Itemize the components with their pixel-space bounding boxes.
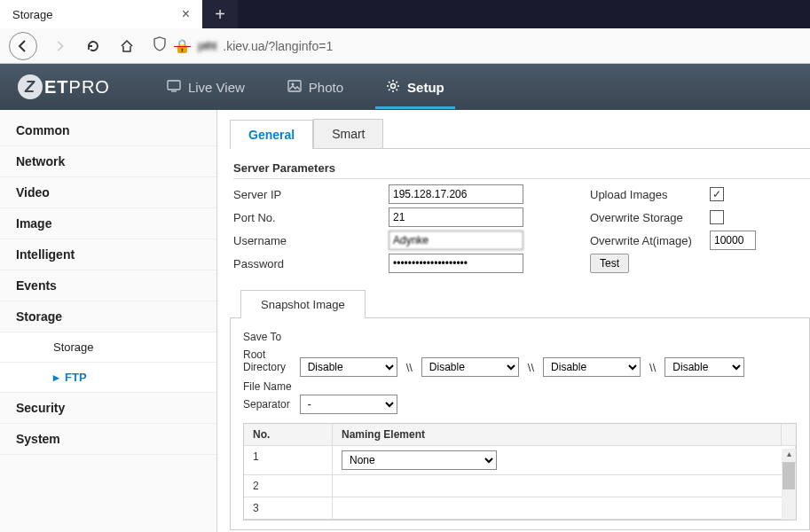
tab-smart[interactable]: Smart — [313, 119, 383, 148]
separator-slash: \\ — [406, 361, 413, 374]
password-input[interactable] — [389, 254, 523, 273]
overwrite-storage-checkbox[interactable] — [710, 210, 724, 224]
tracking-blocked-icon: 🔒 — [174, 38, 191, 54]
back-button[interactable] — [9, 32, 37, 60]
sidebar-item-image[interactable]: Image — [0, 208, 216, 239]
section-title: Server Parameters — [233, 161, 810, 179]
label-file-name: File Name — [243, 380, 797, 393]
svg-point-3 — [391, 83, 396, 88]
scroll-thumb[interactable] — [782, 463, 795, 489]
tab-title: Storage — [12, 8, 178, 21]
url-bar[interactable]: 🔒 priht .kiev.ua/?langinfo=1 — [149, 36, 801, 55]
table-row: 1 None — [244, 446, 796, 475]
sidebar-item-storage[interactable]: Storage — [0, 301, 216, 332]
caret-right-icon: ▸ — [53, 371, 59, 384]
tab-general[interactable]: General — [230, 120, 313, 149]
sidebar-item-system[interactable]: System — [0, 424, 216, 455]
url-text: .kiev.ua/?langinfo=1 — [223, 39, 333, 53]
label-overwrite-storage: Overwrite Storage — [590, 211, 710, 224]
table-row: 2 — [244, 475, 796, 497]
dir-select-3[interactable]: Disable — [543, 357, 641, 377]
photo-icon — [287, 80, 302, 95]
separator-select[interactable]: - — [300, 395, 397, 414]
monitor-icon — [167, 80, 181, 95]
scroll-up-icon[interactable]: ▴ — [782, 449, 796, 463]
shield-icon — [153, 36, 167, 55]
tab-snapshot-image[interactable]: Snapshot Image — [240, 290, 366, 318]
url-redacted: priht — [198, 39, 216, 52]
naming-table: No. Naming Element 1 None 2 3 — [243, 423, 797, 520]
logo: ZETPRO — [18, 74, 110, 99]
sidebar: Common Network Video Image Intelligent E… — [0, 110, 217, 532]
sidebar-item-network[interactable]: Network — [0, 146, 216, 177]
sidebar-item-common[interactable]: Common — [0, 115, 216, 146]
sidebar-item-security[interactable]: Security — [0, 393, 216, 424]
label-password: Password — [233, 257, 389, 270]
naming-select-1[interactable]: None — [342, 450, 497, 470]
scrollbar[interactable]: ▴ — [782, 449, 796, 520]
sidebar-item-intelligent[interactable]: Intelligent — [0, 239, 216, 270]
sidebar-item-events[interactable]: Events — [0, 270, 216, 301]
reload-button[interactable] — [82, 35, 105, 58]
label-server-ip: Server IP — [233, 188, 389, 201]
dir-select-4[interactable]: Disable — [665, 357, 744, 377]
label-upload-images: Upload Images — [590, 188, 710, 201]
col-naming-element: Naming Element — [333, 424, 782, 445]
browser-tab[interactable]: Storage × — [0, 0, 202, 28]
new-tab-button[interactable]: + — [202, 0, 238, 28]
sidebar-sub-storage[interactable]: Storage — [0, 332, 216, 363]
upload-images-checkbox[interactable]: ✓ — [710, 187, 724, 201]
label-port: Port No. — [233, 211, 389, 224]
col-no: No. — [244, 424, 333, 445]
sidebar-item-video[interactable]: Video — [0, 177, 216, 208]
label-save-to: Save To — [243, 331, 797, 343]
table-row: 3 — [244, 497, 796, 520]
home-button[interactable] — [115, 35, 138, 58]
dir-select-1[interactable]: Disable — [300, 357, 397, 377]
server-ip-input[interactable] — [389, 184, 523, 204]
test-button[interactable]: Test — [590, 254, 629, 273]
dir-select-2[interactable]: Disable — [421, 357, 519, 377]
sidebar-sub-ftp[interactable]: ▸FTP — [0, 363, 216, 393]
label-root-dir: Root Directory — [243, 348, 296, 373]
svg-rect-1 — [288, 81, 301, 91]
gear-icon — [386, 79, 400, 96]
label-overwrite-at: Overwrite At(image) — [590, 234, 710, 247]
nav-live-view[interactable]: Live View — [163, 66, 248, 108]
port-input[interactable] — [389, 207, 523, 227]
nav-setup[interactable]: Setup — [382, 66, 448, 108]
svg-point-2 — [291, 82, 294, 85]
svg-rect-0 — [168, 81, 180, 90]
label-username: Username — [233, 234, 389, 247]
nav-photo[interactable]: Photo — [284, 66, 347, 108]
forward-button — [48, 35, 71, 58]
username-input[interactable] — [389, 231, 523, 250]
overwrite-at-input[interactable] — [710, 231, 756, 250]
label-separator: Separator — [243, 398, 296, 411]
close-icon[interactable]: × — [178, 6, 193, 22]
